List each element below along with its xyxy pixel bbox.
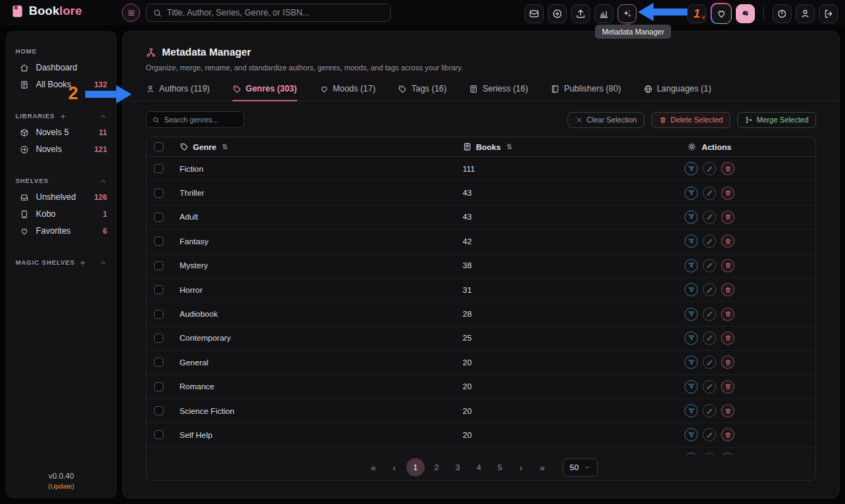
last-page-button[interactable]: » [533, 458, 551, 477]
filter-genre-button[interactable] [684, 404, 698, 417]
sidebar-item-novels-5[interactable]: Novels 511 [6, 124, 117, 141]
edit-genre-button[interactable] [703, 332, 716, 345]
table-row[interactable]: Science Fiction20 [146, 399, 815, 423]
table-row[interactable]: Horror31 [146, 278, 815, 302]
table-row[interactable]: Mystery38 [146, 254, 815, 278]
row-checkbox[interactable] [154, 334, 163, 343]
update-link[interactable]: (Update) [6, 482, 117, 490]
add-button[interactable] [548, 4, 567, 23]
tab-tags[interactable]: Tags (16) [398, 84, 446, 101]
table-row[interactable]: Audiobook28 [146, 302, 815, 326]
row-checkbox[interactable] [154, 310, 163, 319]
table-row[interactable]: Romance20 [146, 375, 815, 399]
filter-genre-button[interactable] [684, 259, 698, 272]
filter-genre-button[interactable] [684, 162, 698, 175]
delete-genre-button[interactable] [721, 428, 734, 441]
delete-genre-button[interactable] [721, 234, 734, 248]
table-row[interactable]: Contemporary25 [146, 327, 815, 351]
filter-genre-button[interactable] [684, 308, 698, 321]
edit-genre-button[interactable] [703, 428, 716, 441]
sidebar-item-unshelved[interactable]: Unshelved126 [6, 189, 117, 206]
table-row[interactable]: Fantasy42 [146, 229, 815, 253]
delete-genre-button[interactable] [721, 259, 734, 272]
menu-button[interactable] [122, 4, 140, 22]
row-checkbox[interactable] [154, 382, 163, 391]
first-page-button[interactable]: « [364, 458, 382, 477]
table-row[interactable]: Fiction111 [146, 157, 815, 181]
filter-genre-button[interactable] [684, 187, 698, 200]
inbox-button[interactable] [525, 4, 544, 23]
filter-genre-button[interactable] [684, 234, 698, 248]
edit-genre-button[interactable] [703, 355, 716, 369]
delete-genre-button[interactable] [721, 380, 734, 393]
delete-genre-button[interactable] [721, 332, 734, 345]
row-checkbox[interactable] [154, 213, 163, 222]
row-checkbox[interactable] [154, 189, 163, 198]
mascot-button[interactable] [736, 4, 755, 23]
table-row[interactable]: Adult43 [146, 206, 815, 229]
delete-genre-button[interactable] [721, 283, 734, 296]
clear-selection-button[interactable]: Clear Selection [568, 112, 644, 128]
table-row[interactable]: General20 [146, 351, 815, 374]
edit-genre-button[interactable] [703, 187, 716, 200]
delete-genre-button[interactable] [721, 404, 734, 417]
delete-genre-button[interactable] [721, 210, 734, 224]
tab-authors[interactable]: Authors (119) [146, 84, 210, 101]
row-checkbox[interactable] [154, 430, 163, 439]
table-row[interactable]: Self Help20 [146, 423, 815, 447]
table-row[interactable]: Thriller43 [146, 181, 815, 205]
sidebar-item-novels[interactable]: Novels121 [6, 141, 117, 158]
edit-genre-button[interactable] [703, 234, 716, 248]
plus-icon[interactable] [59, 113, 67, 120]
global-search[interactable] [146, 4, 391, 22]
sidebar-item-dashboard[interactable]: Dashboard [6, 59, 117, 76]
favorites-button[interactable] [712, 4, 731, 23]
edit-genre-button[interactable] [703, 308, 716, 321]
chevron-up-icon[interactable] [99, 113, 107, 120]
delete-genre-button[interactable] [721, 162, 734, 175]
sidebar-item-favorites[interactable]: Favorites6 [6, 222, 117, 239]
page-button-3[interactable]: 3 [449, 458, 467, 477]
row-checkbox[interactable] [154, 406, 163, 415]
tab-moods[interactable]: Moods (17) [320, 84, 376, 101]
tab-genres[interactable]: Genres (303) [232, 84, 297, 101]
row-checkbox[interactable] [154, 237, 163, 246]
edit-genre-button[interactable] [703, 162, 716, 175]
merge-selected-button[interactable]: Merge Selected [737, 112, 816, 128]
hardcover-button[interactable]: 1v [687, 4, 706, 23]
genre-column-header[interactable]: Genre ⇅ [171, 142, 463, 151]
page-size-select[interactable]: 50 [563, 458, 598, 477]
row-checkbox[interactable] [154, 285, 163, 294]
tab-publishers[interactable]: Publishers (80) [551, 84, 621, 101]
filter-genre-button[interactable] [684, 380, 698, 393]
edit-genre-button[interactable] [703, 380, 716, 393]
delete-genre-button[interactable] [721, 308, 734, 321]
next-page-button[interactable]: › [512, 458, 530, 477]
plus-icon[interactable] [79, 259, 87, 267]
edit-genre-button[interactable] [703, 404, 716, 417]
tab-seriess[interactable]: Seriess (16) [469, 84, 528, 101]
select-all-checkbox[interactable] [154, 142, 163, 151]
chevron-up-icon[interactable] [99, 259, 107, 267]
metadata-manager-button[interactable] [618, 4, 637, 23]
upload-button[interactable] [571, 4, 590, 23]
filter-genre-button[interactable] [684, 428, 698, 441]
page-button-4[interactable]: 4 [470, 458, 488, 477]
page-button-2[interactable]: 2 [427, 458, 446, 477]
sort-icon[interactable]: ⇅ [222, 143, 227, 151]
stats-button[interactable] [594, 4, 613, 23]
delete-genre-button[interactable] [721, 355, 734, 369]
filter-genre-button[interactable] [684, 283, 698, 296]
logout-button[interactable] [819, 4, 838, 23]
page-button-1[interactable]: 1 [406, 458, 425, 477]
edit-genre-button[interactable] [703, 259, 716, 272]
edit-genre-button[interactable] [703, 283, 716, 296]
filter-genre-button[interactable] [684, 210, 698, 224]
sidebar-item-kobo[interactable]: Kobo1 [6, 206, 117, 222]
books-column-header[interactable]: Books ⇅ [463, 142, 603, 151]
tab-languages[interactable]: Languages (1) [644, 84, 711, 101]
delete-genre-button[interactable] [721, 187, 734, 200]
genre-search-input[interactable] [164, 115, 238, 124]
chevron-up-icon[interactable] [99, 177, 107, 185]
filter-genre-button[interactable] [684, 332, 698, 345]
